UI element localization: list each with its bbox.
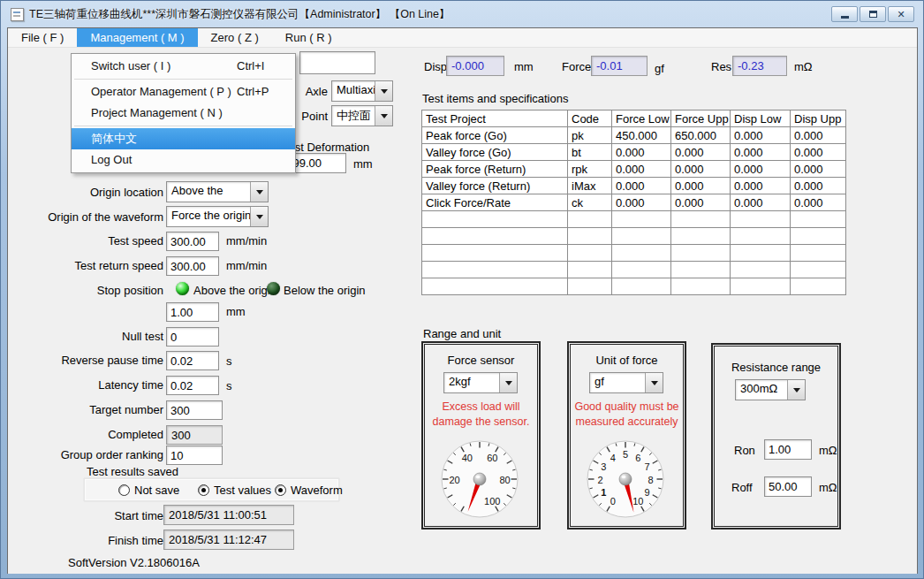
spec-table-row[interactable] (422, 278, 846, 295)
spec-table-cell[interactable]: 0.000 (671, 144, 731, 161)
null-test-input[interactable] (166, 327, 219, 347)
spec-table-row[interactable] (422, 228, 846, 245)
spec-table-cell[interactable] (671, 228, 731, 245)
minimize-button[interactable] (831, 6, 858, 22)
spec-table-cell[interactable]: 0.000 (791, 161, 846, 178)
unit-of-force-dropdown-button[interactable] (645, 373, 663, 392)
spec-table-cell[interactable] (791, 278, 846, 295)
spec-table-cell[interactable]: 0.000 (791, 127, 846, 144)
point-dropdown-button[interactable] (375, 106, 392, 126)
origin-waveform-dropdown-button[interactable] (250, 207, 268, 226)
menu-zero[interactable]: Zero ( Z ) (198, 28, 272, 47)
spec-table-cell[interactable]: 0.000 (612, 161, 671, 178)
spec-table-cell[interactable] (612, 278, 671, 295)
spec-table-cell[interactable] (791, 245, 846, 262)
spec-table-cell[interactable]: 650.000 (671, 127, 731, 144)
spec-table-row[interactable]: Peak force (Go)pk450.000650.0000.0000.00… (422, 127, 846, 144)
spec-table-cell[interactable]: 0.000 (791, 178, 846, 194)
spec-table-cell[interactable] (568, 228, 612, 245)
threshold-input[interactable] (166, 302, 219, 322)
spec-table-cell[interactable] (731, 228, 791, 245)
target-number-input[interactable] (166, 400, 223, 420)
spec-table-cell[interactable] (671, 245, 731, 262)
spec-table-cell[interactable] (568, 245, 612, 262)
origin-waveform-select[interactable]: Force the origin (166, 206, 269, 227)
origin-location-select[interactable]: Above the (166, 181, 269, 202)
spec-table-cell[interactable]: iMax (568, 178, 612, 194)
spec-table-cell[interactable] (568, 262, 612, 278)
close-button[interactable]: ✕ (888, 6, 914, 22)
axle-select[interactable]: Multiaxi (331, 80, 393, 102)
menu-item-log-out[interactable]: Log Out (72, 149, 295, 171)
spec-table-cell[interactable] (612, 211, 671, 228)
spec-table-cell[interactable] (612, 228, 671, 245)
spec-table-cell[interactable]: Peak force (Return) (422, 161, 568, 178)
spec-table[interactable]: Test ProjectCodeForce LowForce UppDisp L… (421, 110, 846, 295)
menu-item-switch-user[interactable]: Switch user ( I ) Ctrl+I (72, 56, 295, 77)
spec-table-cell[interactable]: 450.000 (612, 127, 671, 144)
spec-table-cell[interactable] (422, 211, 568, 228)
project-name-input[interactable] (299, 51, 375, 74)
spec-table-cell[interactable] (422, 262, 568, 278)
menu-item-operator-management[interactable]: Operator Management ( P ) Ctrl+P (72, 81, 295, 103)
spec-table-cell[interactable] (422, 245, 568, 262)
force-sensor-dropdown-button[interactable] (499, 373, 517, 392)
stop-below-led[interactable] (267, 282, 280, 295)
origin-location-dropdown-button[interactable] (250, 182, 268, 202)
spec-table-cell[interactable] (671, 211, 731, 228)
resistance-dropdown-button[interactable] (787, 380, 805, 400)
spec-table-row[interactable]: Valley force (Go)bt0.0000.0000.0000.000 (422, 144, 846, 161)
maximize-button[interactable] (860, 6, 886, 22)
spec-table-cell[interactable]: 0.000 (612, 144, 671, 161)
spec-table-row[interactable]: Click Force/Rateck0.0000.0000.0000.000 (422, 194, 846, 211)
spec-table-cell[interactable] (422, 228, 568, 245)
test-values-radio[interactable] (198, 484, 209, 496)
spec-table-row[interactable] (422, 211, 846, 228)
group-order-input[interactable] (166, 446, 223, 465)
resistance-select[interactable]: 300mΩ (735, 379, 806, 400)
spec-table-cell[interactable]: 0.000 (731, 178, 791, 194)
spec-table-cell[interactable]: 0.000 (612, 178, 671, 194)
roff-input[interactable] (764, 476, 812, 497)
menu-management[interactable]: Management ( M ) (77, 28, 197, 47)
spec-table-cell[interactable]: Peak force (Go) (422, 127, 568, 144)
spec-table-cell[interactable]: 0.000 (731, 127, 791, 144)
spec-table-cell[interactable] (671, 278, 731, 295)
spec-table-cell[interactable] (612, 262, 671, 278)
spec-table-cell[interactable]: rpk (568, 161, 612, 178)
spec-table-cell[interactable]: 0.000 (791, 144, 846, 161)
spec-table-cell[interactable] (731, 211, 791, 228)
spec-table-cell[interactable]: Valley force (Go) (422, 144, 568, 161)
spec-table-row[interactable]: Valley force (Return)iMax0.0000.0000.000… (422, 178, 846, 194)
spec-table-cell[interactable]: 0.000 (671, 178, 731, 194)
spec-table-cell[interactable] (731, 278, 791, 295)
stop-above-led[interactable] (176, 282, 189, 295)
axle-dropdown-button[interactable] (375, 81, 392, 101)
spec-table-cell[interactable]: bt (568, 144, 612, 161)
ron-input[interactable] (764, 439, 812, 460)
spec-table-row[interactable] (422, 245, 846, 262)
spec-table-cell[interactable] (731, 245, 791, 262)
spec-table-cell[interactable]: ck (568, 194, 612, 211)
latency-input[interactable] (166, 376, 219, 395)
test-speed-input[interactable] (166, 232, 219, 251)
spec-table-row[interactable] (422, 262, 846, 278)
spec-table-cell[interactable]: Valley force (Return) (422, 178, 568, 194)
spec-table-cell[interactable] (671, 262, 731, 278)
spec-table-cell[interactable]: pk (568, 127, 612, 144)
test-return-speed-input[interactable] (166, 256, 219, 276)
spec-table-cell[interactable]: 0.000 (731, 161, 791, 178)
menu-file[interactable]: File ( F ) (8, 28, 77, 47)
not-save-radio[interactable] (118, 484, 130, 496)
spec-table-cell[interactable] (791, 228, 846, 245)
spec-table-cell[interactable] (731, 262, 791, 278)
force-sensor-select[interactable]: 2kgf (443, 372, 518, 393)
point-select[interactable]: 中控面 (331, 105, 393, 126)
spec-table-cell[interactable] (791, 262, 846, 278)
menu-item-simplified-chinese[interactable]: 简体中文 (72, 128, 295, 149)
menu-run[interactable]: Run ( R ) (272, 28, 345, 47)
spec-table-cell[interactable]: 0.000 (731, 144, 791, 161)
spec-table-cell[interactable] (791, 211, 846, 228)
spec-table-cell[interactable] (568, 211, 612, 228)
spec-table-cell[interactable] (422, 278, 568, 295)
